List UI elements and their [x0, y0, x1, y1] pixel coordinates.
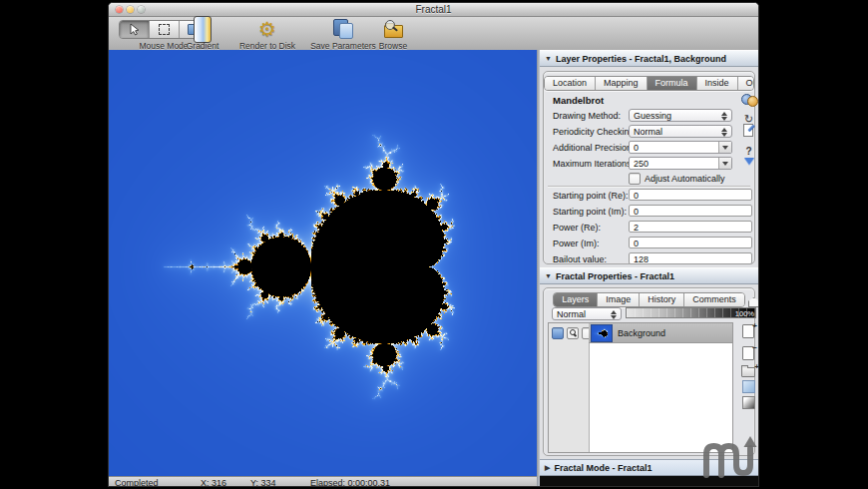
maximum-iterations-value: 250: [634, 159, 649, 169]
layer-checkbox-column: [549, 323, 590, 452]
zoom-button[interactable]: [138, 6, 145, 13]
separator: [548, 186, 750, 187]
starting-re-label: Starting point (Re):: [553, 191, 629, 201]
gear-icon: ⚙: [258, 19, 276, 39]
layer-thumbnail: [591, 324, 613, 342]
adjust-automatically-checkbox[interactable]: [629, 173, 641, 185]
layer-preview-checkbox[interactable]: [567, 327, 579, 339]
status-text: Completed: [115, 478, 159, 487]
minimize-button[interactable]: [127, 6, 134, 13]
maximum-iterations-combo[interactable]: 250: [629, 157, 732, 170]
popup-arrows-icon: [721, 112, 727, 121]
help-button[interactable]: ?: [740, 141, 757, 159]
delete-layer-button[interactable]: −: [740, 346, 756, 360]
layer-properties-title: Layer Properties - Fractal1, Background: [556, 54, 726, 64]
blend-mode-popup[interactable]: Normal: [552, 307, 622, 320]
combo-dropdown-icon[interactable]: [718, 142, 731, 153]
formula-name: Mandelbrot: [553, 95, 604, 106]
cursor-y-value: Y: 334: [250, 478, 276, 487]
layers-section: Layers Image History Comments Normal 100…: [543, 287, 755, 456]
cursor-arrow-icon: [129, 23, 140, 36]
gradient-icon: [194, 16, 212, 43]
edit-icon: [743, 124, 754, 136]
drawing-method-label: Drawing Method:: [553, 111, 621, 121]
tab-history[interactable]: History: [640, 293, 684, 306]
tab-outside[interactable]: Outside: [738, 77, 754, 90]
gradient-tool[interactable]: Gradient: [175, 18, 230, 51]
layer-visible-checkbox[interactable]: [552, 327, 564, 339]
drawing-method-popup[interactable]: Guessing: [629, 109, 732, 122]
fractal-properties-tabs: Layers Image History Comments: [553, 292, 745, 307]
close-button[interactable]: [116, 6, 123, 13]
starting-im-label: Starting point (Im):: [553, 207, 627, 217]
tab-image[interactable]: Image: [598, 293, 640, 306]
starting-re-field[interactable]: 0: [629, 189, 752, 201]
inspector-panel: ▼ Layer Properties - Fractal1, Backgroun…: [540, 50, 759, 487]
status-bar: Completed X: 316 Y: 334 Elapsed: 0:00:00…: [109, 476, 537, 487]
screen: { "window": { "title": "Fractal1" }, "to…: [0, 0, 868, 489]
macupdate-watermark: [701, 436, 759, 482]
layer-row-background[interactable]: Background: [589, 323, 732, 343]
power-re-field[interactable]: 2: [629, 221, 752, 233]
app-window: Fractal1 Mouse: [108, 2, 759, 487]
detail-disclosure-button[interactable]: [740, 158, 757, 165]
formula-section: Location Mapping Formula Inside Outside …: [543, 71, 755, 264]
new-group-button[interactable]: +: [740, 364, 756, 378]
bailout-field[interactable]: 128: [629, 252, 752, 264]
additional-precision-combo[interactable]: 0: [629, 141, 732, 154]
drawing-method-value: Guessing: [634, 111, 671, 121]
periodicity-label: Periodicity Checking:: [553, 127, 637, 137]
flatten-button[interactable]: [740, 380, 756, 394]
mouse-mode-select-button[interactable]: [120, 21, 150, 38]
popup-arrows-icon: [721, 128, 727, 137]
fractal-properties-header[interactable]: ▼ Fractal Properties - Fractal1: [540, 267, 759, 284]
browse-button[interactable]: Browse: [370, 18, 416, 51]
compile-formula-button[interactable]: [740, 93, 757, 105]
cursor-x-value: X: 316: [201, 478, 226, 487]
popup-arrows-icon: [611, 310, 617, 319]
tab-mapping[interactable]: Mapping: [596, 77, 648, 90]
blend-mode-value: Normal: [557, 309, 586, 319]
periodicity-value: Normal: [634, 127, 662, 137]
new-group-icon: +: [741, 367, 755, 377]
gradient-square-icon: [742, 396, 755, 409]
layer-name: Background: [618, 328, 665, 338]
tab-inside[interactable]: Inside: [697, 77, 738, 90]
render-to-disk-button[interactable]: ⚙ Render to Disk: [231, 18, 303, 51]
adjust-automatically-option[interactable]: Adjust Automatically: [629, 173, 725, 185]
fractal-properties-title: Fractal Properties - Fractal1: [556, 271, 674, 281]
save-parameters-icon: [333, 19, 353, 39]
disclosure-open-icon: ▼: [545, 55, 552, 62]
power-im-field[interactable]: 0: [629, 237, 752, 248]
layer-properties-header[interactable]: ▼ Layer Properties - Fractal1, Backgroun…: [540, 50, 759, 67]
additional-precision-value: 0: [634, 143, 639, 153]
power-im-label: Power (Im):: [553, 239, 600, 248]
canvas-pane: Completed X: 316 Y: 334 Elapsed: 0:00:00…: [109, 50, 537, 487]
toolbar: Mouse Mode Gradient ⚙ Render to Disk Sav…: [109, 17, 758, 51]
tab-formula[interactable]: Formula: [648, 77, 697, 90]
opacity-slider[interactable]: 100%: [626, 307, 756, 318]
tab-location[interactable]: Location: [545, 77, 596, 90]
mu-logo-icon: [701, 436, 759, 478]
help-icon: ?: [745, 146, 751, 157]
periodicity-popup[interactable]: Normal: [629, 125, 732, 138]
edit-formula-button[interactable]: [740, 124, 757, 136]
starting-im-field[interactable]: 0: [629, 205, 752, 217]
elapsed-time: Elapsed: 0:00:00.31: [310, 478, 390, 487]
new-layer-button[interactable]: +: [740, 324, 756, 338]
fractal-canvas[interactable]: [109, 50, 537, 476]
tab-layers[interactable]: Layers: [554, 293, 598, 306]
tab-comments[interactable]: Comments: [684, 293, 744, 306]
blue-square-icon: [742, 380, 755, 393]
fractal-mode-title: Fractal Mode - Fractal1: [554, 463, 651, 473]
disclosure-open-icon: ▼: [545, 272, 552, 279]
combo-dropdown-icon[interactable]: [718, 158, 731, 169]
title-bar[interactable]: Fractal1: [109, 3, 758, 17]
delete-layer-icon: −: [742, 346, 754, 360]
additional-precision-label: Additional Precision:: [553, 143, 635, 153]
formula-icon: [741, 93, 757, 105]
new-layer-icon: +: [742, 324, 754, 338]
browse-icon: [383, 20, 403, 38]
blue-triangle-icon: [744, 158, 754, 165]
gradient-edit-button[interactable]: [740, 396, 756, 410]
